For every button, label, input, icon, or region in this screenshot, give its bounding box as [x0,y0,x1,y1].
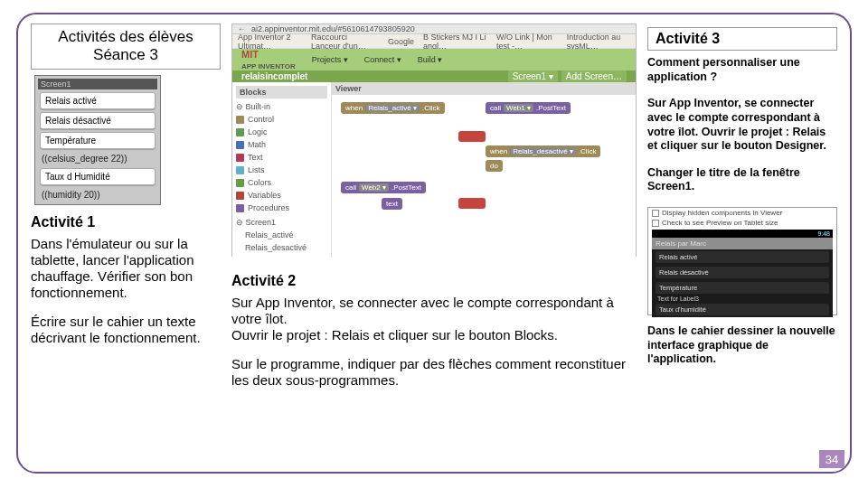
col-left: Activités des élèves Séance 3 Screen1 Re… [31,23,221,465]
palette-item: Lists [248,165,265,174]
activite3-p1: Sur App Inventor, se connecter avec le c… [647,97,837,154]
block-posttext: .PostText [536,104,566,112]
designer-preview: Display hidden components in Viewer Chec… [647,207,837,315]
title-line2: Séance 3 [39,46,212,64]
block-click: .Click [579,147,597,155]
prev-opt1: Display hidden components in Viewer [662,209,782,217]
activite1-heading: Activité 1 [31,214,221,230]
phone-item: Température [656,282,829,294]
emulator-screen-label: Screen1 [38,79,157,89]
builtin-node: ⊖ Built-in [236,99,327,113]
checkbox-icon [652,220,659,227]
block-relais-active: Relais_activé ▾ [365,104,420,112]
nav-build: Build ▾ [418,55,443,64]
phone-item: Taux d'humidité [656,304,829,315]
panel-viewer-label: Viewer [332,82,636,95]
col-center: ← ai2.appinventor.mit.edu/#5610614793805… [231,23,637,465]
activite1-p1: Dans l'émulateur ou sur la tablette, lan… [31,236,221,301]
emu-btn-humidite: Taux d Humidité [40,168,156,185]
block-when: when [490,147,507,155]
phone-label: Text for Label3 [652,296,833,302]
title-box: Activités des élèves Séance 3 [31,23,221,70]
tab-screen1: Screen1 ▾ [508,70,558,82]
block-call: call [490,104,501,112]
block-call: call [345,183,356,192]
activite3-p3: Dans le cahier dessiner la nouvelle inte… [647,324,837,367]
bookmark-item: B Stickers MJ I Li angl… [423,33,487,51]
appinventor-screenshot: ← ai2.appinventor.mit.edu/#5610614793805… [231,23,637,257]
emu-btn-relais-active: Relais activé [40,92,156,109]
col-right: Activité 3 Comment personnaliser une app… [647,23,837,465]
nav-projects: Projects ▾ [312,55,348,64]
block-when: when [345,104,363,112]
bookmarks-bar: App Inventor 2 Ultimat… Raccourci Lanceu… [232,34,636,49]
block-posttext: .PostText [392,183,421,192]
palette-item: Colors [248,178,271,187]
block-click: .Click [422,104,440,112]
bookmark-item: Raccourci Lanceur d'un… [311,33,379,51]
block-do: do [490,162,498,170]
nav-connect: Connect ▾ [364,55,401,64]
palette-item: Math [248,140,266,149]
bookmark-item: App Inventor 2 Ultimat… [238,33,302,51]
component-item: Relais_activé [245,230,294,239]
bookmark-item: W/O Link | Mon test -… [496,33,558,51]
panel-blocks-label: Blocks [236,86,327,99]
screen-node: ⊖ Screen1 [236,214,327,229]
bookmark-item: Google [388,37,414,46]
activite2-p2: Sur le programme, indiquer par des flèch… [231,356,637,389]
emu-humidity: ((humidity 20)) [38,188,157,202]
slide-frame: Activités des élèves Séance 3 Screen1 Re… [16,13,852,474]
block-relais-desactive: Relais_desactivé ▾ [510,147,576,155]
title-line1: Activités des élèves [39,28,212,46]
emulator-mock: Screen1 Relais activé Relais désactivé T… [34,75,161,205]
checkbox-icon [652,210,659,217]
palette-item: Variables [248,191,281,200]
activite3-question: Comment personnaliser une application ? [647,56,837,84]
mit-logo: MIT APP INVENTOR [241,49,296,70]
block-text-arg: text [386,200,398,208]
emu-btn-relais-desactive: Relais désactivé [40,112,156,129]
phone-time: 9:48 [817,230,830,237]
block-web2: Web2 ▾ [359,183,389,192]
phone-item: Relais désactivé [656,267,829,278]
palette-item: Control [248,115,274,124]
text-literal-block [458,131,486,142]
activite3-heading: Activité 3 [647,27,837,51]
block-web1: Web1 ▾ [504,104,533,112]
palette-item: Logic [248,127,268,136]
palette-item: Text [248,153,263,162]
component-item: Relais_desactivé [245,243,307,252]
page-number: 34 [819,450,844,468]
activite3-p2: Changer le titre de la fenêtre Screen1. [647,166,837,194]
text-literal-block [458,198,486,209]
prev-opt2: Check to see Preview on Tablet size [662,219,778,227]
emu-celsius: ((celsius_degree 22)) [38,152,157,165]
tab-addscreen: Add Screen… [561,70,627,82]
phone-item: Relais activé [656,251,829,263]
activite2-p1: Sur App Inventor, se connecter avec le c… [231,295,637,343]
activite2-heading: Activité 2 [231,273,637,289]
activite1-p2: Écrire sur le cahier un texte décrivant … [31,314,221,346]
palette-item: Procedures [248,203,289,212]
emu-btn-temperature: Température [40,132,156,149]
bookmark-item: Introduction au sysML… [567,33,630,51]
phone-titlebar: Relais par Marc [652,238,833,249]
project-name: relaisincomplet [241,71,307,81]
